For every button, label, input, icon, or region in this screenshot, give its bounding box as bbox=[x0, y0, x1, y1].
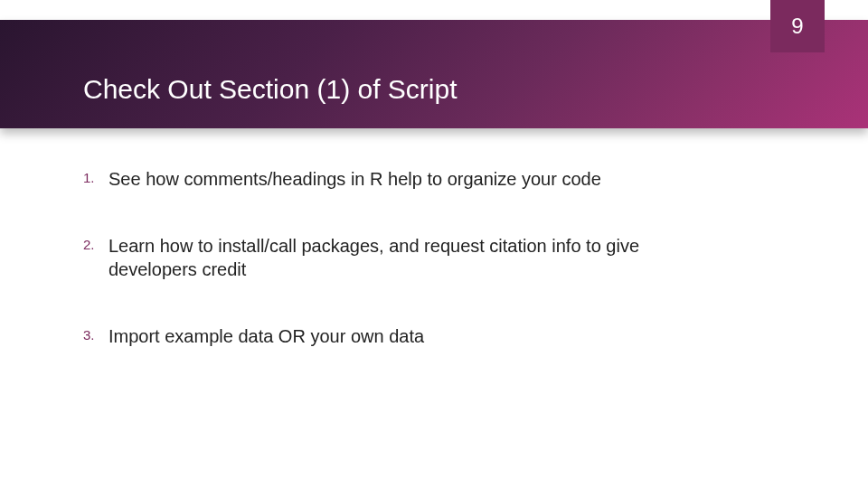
list-item: 2. Learn how to install/call packages, a… bbox=[83, 234, 716, 281]
slide: 9 Check Out Section (1) of Script 1. See… bbox=[0, 0, 868, 488]
list-number: 1. bbox=[83, 167, 108, 185]
list-item: 3. Import example data OR your own data bbox=[83, 324, 716, 348]
list-item: 1. See how comments/headings in R help t… bbox=[83, 167, 716, 191]
list-text: Learn how to install/call packages, and … bbox=[108, 234, 716, 281]
list-number: 2. bbox=[83, 234, 108, 252]
slide-title: Check Out Section (1) of Script bbox=[83, 74, 458, 105]
list-text: Import example data OR your own data bbox=[108, 324, 716, 348]
page-number: 9 bbox=[791, 14, 803, 39]
list-text: See how comments/headings in R help to o… bbox=[108, 167, 716, 191]
list-number: 3. bbox=[83, 324, 108, 343]
page-number-badge: 9 bbox=[770, 0, 825, 52]
content-list: 1. See how comments/headings in R help t… bbox=[83, 167, 716, 391]
